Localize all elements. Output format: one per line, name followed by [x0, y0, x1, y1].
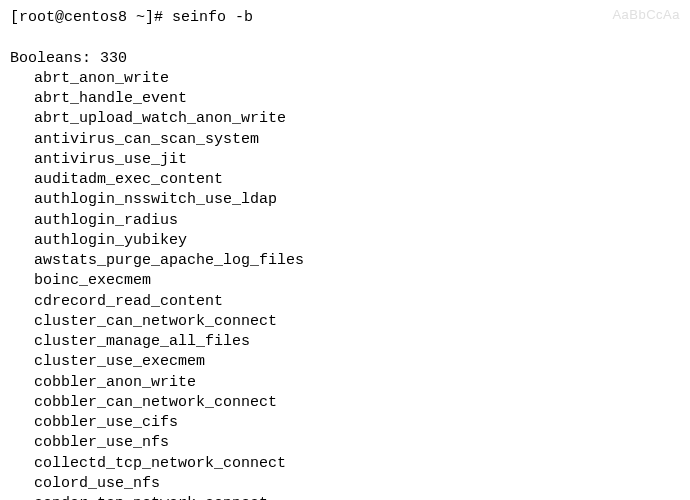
list-item: cobbler_can_network_connect — [34, 393, 680, 413]
list-item: abrt_upload_watch_anon_write — [34, 109, 680, 129]
list-item: cluster_use_execmem — [34, 352, 680, 372]
shell-prompt: [root@centos8 ~]# — [10, 9, 172, 26]
list-item: cobbler_anon_write — [34, 373, 680, 393]
list-item: cdrecord_read_content — [34, 292, 680, 312]
background-style-sample: AaBbCcAa — [612, 6, 680, 24]
list-item: authlogin_yubikey — [34, 231, 680, 251]
booleans-header: Booleans: 330 — [10, 49, 680, 69]
terminal-prompt-line: [root@centos8 ~]# seinfo -b — [10, 8, 680, 28]
list-item: antivirus_can_scan_system — [34, 130, 680, 150]
list-item: collectd_tcp_network_connect — [34, 454, 680, 474]
list-item: auditadm_exec_content — [34, 170, 680, 190]
booleans-count: 330 — [100, 50, 127, 67]
list-item: antivirus_use_jit — [34, 150, 680, 170]
list-item: boinc_execmem — [34, 271, 680, 291]
list-item: authlogin_nsswitch_use_ldap — [34, 190, 680, 210]
booleans-list: abrt_anon_write abrt_handle_event abrt_u… — [10, 69, 680, 500]
list-item: cobbler_use_cifs — [34, 413, 680, 433]
list-item: cluster_manage_all_files — [34, 332, 680, 352]
list-item: condor_tcp_network_connect — [34, 494, 680, 500]
booleans-label: Booleans: — [10, 50, 91, 67]
shell-command: seinfo -b — [172, 9, 253, 26]
list-item: colord_use_nfs — [34, 474, 680, 494]
list-item: abrt_anon_write — [34, 69, 680, 89]
list-item: cobbler_use_nfs — [34, 433, 680, 453]
list-item: abrt_handle_event — [34, 89, 680, 109]
list-item: cluster_can_network_connect — [34, 312, 680, 332]
list-item: awstats_purge_apache_log_files — [34, 251, 680, 271]
terminal-output-blank — [10, 28, 680, 48]
list-item: authlogin_radius — [34, 211, 680, 231]
